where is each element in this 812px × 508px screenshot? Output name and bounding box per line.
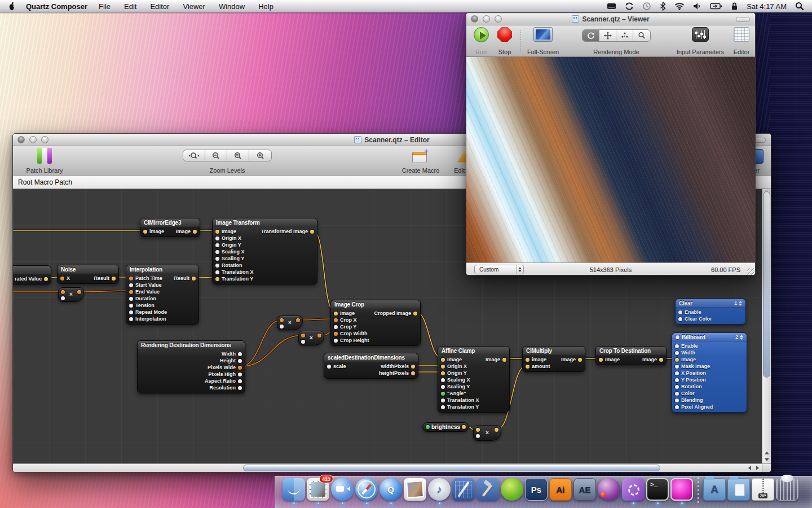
port-dot[interactable] — [238, 386, 242, 390]
menu-help[interactable]: Help — [258, 2, 273, 11]
rendering-mode-move-segment[interactable] — [599, 30, 616, 41]
port-dot[interactable] — [238, 359, 242, 363]
documents-folder-icon[interactable] — [727, 478, 750, 501]
port-dot[interactable] — [238, 373, 242, 376]
apple-menu-icon[interactable] — [8, 2, 16, 11]
dock-ai[interactable]: Ai — [549, 478, 572, 505]
port-dot[interactable] — [129, 290, 133, 294]
port-dot[interactable] — [441, 385, 445, 389]
port-dot[interactable] — [238, 366, 242, 370]
port-dot[interactable] — [334, 339, 338, 343]
dock-trash[interactable] — [776, 478, 798, 505]
bluetooth-icon[interactable] — [660, 2, 666, 11]
menu-edit[interactable]: Edit — [124, 2, 136, 11]
zoom-actual-size-button[interactable] — [183, 150, 205, 161]
dock-terminal[interactable]: >_ — [646, 478, 669, 505]
port-dot[interactable] — [327, 365, 331, 369]
port-dot[interactable] — [129, 277, 133, 281]
port-dot[interactable] — [215, 264, 219, 268]
stop-button[interactable]: Stop — [495, 27, 515, 55]
dock-itunes[interactable]: ♪ — [428, 478, 451, 505]
port-dot[interactable] — [215, 270, 219, 274]
port-dot[interactable] — [44, 277, 48, 281]
close-button[interactable] — [17, 136, 25, 143]
greenapp-icon[interactable] — [501, 478, 523, 501]
port-dot[interactable] — [441, 371, 445, 375]
ai-icon[interactable]: Ai — [549, 478, 572, 501]
create-macro-button[interactable]: + Create Macro — [402, 148, 439, 174]
scroll-down-arrow[interactable] — [762, 456, 771, 463]
volume-icon[interactable] — [693, 2, 701, 10]
menu-viewer[interactable]: Viewer — [183, 2, 205, 11]
menu-editor[interactable]: Editor — [150, 2, 169, 11]
dock-zip-file[interactable]: ZIP — [752, 478, 774, 505]
ichat-icon[interactable] — [331, 478, 354, 501]
menu-file[interactable]: File — [99, 2, 111, 11]
port-dot[interactable] — [675, 392, 679, 396]
magenta-icon[interactable] — [670, 478, 693, 501]
dock-xcode[interactable] — [476, 478, 499, 505]
port-dot[interactable] — [129, 310, 133, 314]
patch-multiply-1[interactable]: × — [58, 287, 84, 302]
run-button[interactable]: Run — [472, 27, 490, 55]
port-dot[interactable] — [411, 365, 415, 369]
layer-badge[interactable]: 1 — [734, 299, 742, 308]
patch-image-transform[interactable]: Image TransformImageTransformed ImageOri… — [212, 218, 317, 284]
port-dot[interactable] — [462, 425, 466, 429]
port-dot[interactable] — [678, 310, 682, 314]
patch-multiply-4[interactable]: × — [473, 425, 501, 441]
vertical-scrollbar-thumb[interactable] — [763, 191, 770, 378]
port-dot[interactable] — [502, 358, 506, 362]
port-dot[interactable] — [441, 358, 445, 362]
resize-grip[interactable] — [747, 268, 754, 275]
patch-multiply-3[interactable]: × — [298, 331, 324, 345]
patch-billboard[interactable]: Billboard2EnableWidthImageMask ImageX Po… — [672, 332, 747, 413]
patch-crop-to-destination[interactable]: Crop To DestinationImageImage — [595, 346, 667, 365]
menubar-clock[interactable]: Sat 4:17 AM — [747, 2, 787, 11]
port-dot[interactable] — [426, 425, 430, 429]
ps-icon[interactable]: Ps — [525, 478, 548, 501]
port-dot[interactable] — [129, 304, 133, 308]
port-dot[interactable] — [678, 317, 682, 321]
port-dot[interactable] — [675, 351, 679, 355]
port-dot[interactable] — [215, 243, 219, 247]
terminal-icon[interactable]: >_ — [646, 478, 669, 501]
dock-globe[interactable] — [598, 478, 620, 505]
vertical-scrollbar[interactable] — [762, 189, 771, 463]
port-dot[interactable] — [441, 405, 445, 409]
port-dot[interactable] — [526, 365, 529, 369]
viewer-titlebar[interactable]: Scanner.qtz – Viewer — [466, 13, 755, 25]
patch-interpolated-value[interactable]: rated Value — [13, 265, 51, 284]
editor-button[interactable]: Editor — [729, 27, 754, 55]
port-dot[interactable] — [526, 358, 529, 362]
time-machine-icon[interactable] — [642, 2, 651, 11]
safari-icon[interactable] — [355, 478, 378, 501]
displays-icon[interactable] — [607, 2, 616, 10]
dock-documents-folder[interactable] — [727, 478, 750, 505]
wifi-icon[interactable] — [674, 2, 685, 10]
port-dot[interactable] — [659, 358, 663, 362]
rendering-mode-particle-segment[interactable] — [616, 30, 633, 41]
port-dot[interactable] — [215, 250, 219, 254]
port-dot[interactable] — [310, 230, 314, 234]
battery-icon[interactable] — [710, 2, 722, 10]
quicktime-icon[interactable]: Q — [379, 478, 402, 501]
patch-affine-clamp[interactable]: Affine ClampImageImageOrigin XOrigin YSc… — [438, 346, 510, 413]
photos-icon[interactable] — [404, 478, 426, 501]
port-dot[interactable] — [578, 358, 582, 362]
fullscreen-button[interactable]: Full-Screen — [525, 27, 561, 55]
port-dot[interactable] — [675, 344, 679, 348]
port-dot[interactable] — [129, 283, 133, 287]
port-dot[interactable] — [60, 277, 64, 281]
port-dot[interactable] — [599, 358, 603, 362]
input-parameters-button[interactable]: Input Parameters — [669, 27, 732, 55]
scroll-up-arrow[interactable] — [762, 449, 771, 456]
menu-app-name[interactable]: Quartz Composer — [26, 2, 87, 11]
port-dot[interactable] — [675, 405, 679, 409]
scroll-right-arrow[interactable] — [753, 464, 762, 471]
port-dot[interactable] — [193, 230, 197, 234]
port-dot[interactable] — [413, 312, 417, 316]
port-dot[interactable] — [675, 371, 679, 375]
port-dot[interactable] — [215, 257, 219, 261]
port-dot[interactable] — [112, 277, 116, 281]
